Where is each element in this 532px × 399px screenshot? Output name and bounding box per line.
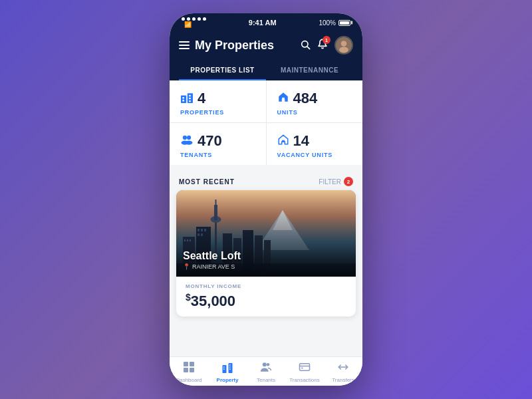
- tab-properties-list[interactable]: PROPERTIES LIST: [179, 61, 266, 80]
- nav-property[interactable]: Property: [208, 361, 247, 383]
- properties-icon: [180, 91, 194, 106]
- stat-tenants-row: 470: [180, 132, 255, 150]
- income-section: MONTHLY INCOME $35,000: [176, 277, 356, 317]
- filter-button[interactable]: FILTER 2: [319, 177, 353, 186]
- properties-count: 4: [198, 90, 205, 107]
- svg-rect-7: [182, 97, 184, 98]
- svg-line-1: [307, 47, 309, 49]
- units-count: 484: [293, 90, 318, 107]
- tenants-label: TENANTS: [180, 152, 255, 158]
- svg-rect-9: [189, 95, 190, 96]
- svg-point-4: [339, 47, 348, 53]
- svg-rect-45: [190, 368, 194, 372]
- stat-vacancy-row: 14: [277, 132, 352, 150]
- stat-units: 484 UNITS: [267, 80, 363, 122]
- main-content: 4 PROPERTIES 484 UNITS: [170, 80, 362, 356]
- svg-rect-10: [189, 98, 190, 99]
- filter-badge: 2: [344, 177, 353, 186]
- units-icon: [277, 91, 289, 106]
- income-value: $35,000: [186, 292, 346, 310]
- svg-point-14: [187, 136, 191, 140]
- header-actions: 1: [300, 36, 353, 55]
- svg-point-53: [263, 362, 267, 366]
- avatar-image: [336, 37, 352, 53]
- stat-vacancy: 14 VACANCY UNITS: [267, 123, 363, 165]
- signal-area: 📶: [182, 17, 206, 28]
- battery-fill: [340, 21, 349, 25]
- tenants-count: 470: [198, 132, 222, 150]
- nav-tenants[interactable]: Tenants: [247, 361, 285, 383]
- battery-icon: [338, 20, 350, 26]
- svg-rect-42: [184, 362, 188, 366]
- transactions-nav-icon: [299, 361, 311, 376]
- section-title: MOST RECENT: [179, 178, 235, 186]
- vacancy-icon: [277, 134, 289, 148]
- hamburger-line-1: [179, 41, 190, 43]
- nav-transfers-label: Transfers: [332, 377, 354, 383]
- stat-tenants: 470 TENANTS: [170, 123, 266, 165]
- svg-rect-44: [184, 368, 188, 372]
- tenants-nav-icon: [260, 361, 272, 376]
- svg-rect-57: [301, 368, 303, 369]
- dot-4: [198, 17, 201, 21]
- nav-transactions[interactable]: Transactions: [285, 361, 324, 383]
- svg-rect-12: [282, 98, 285, 100]
- address-text: RAINIER AVE S: [192, 263, 235, 270]
- svg-rect-5: [181, 96, 186, 103]
- stat-properties-row: 4: [180, 90, 255, 107]
- nav-dashboard[interactable]: Dashboard: [170, 361, 208, 383]
- hamburger-line-2: [179, 45, 190, 46]
- nav-tenants-label: Tenants: [257, 377, 275, 383]
- svg-rect-49: [223, 368, 225, 370]
- dot-2: [187, 17, 190, 21]
- svg-rect-11: [189, 100, 190, 102]
- property-address: 📍 RAINIER AVE S: [183, 263, 241, 270]
- notifications-button[interactable]: 1: [317, 39, 328, 52]
- battery-percent: 100%: [319, 19, 336, 27]
- phone-frame: 📶 9:41 AM 100% My Properties: [170, 13, 362, 386]
- nav-transfers[interactable]: Transfers: [324, 361, 362, 383]
- property-name: Seattle Loft: [183, 250, 241, 262]
- app-header: My Properties 1: [170, 31, 362, 80]
- bottom-nav: Dashboard Property: [170, 356, 362, 386]
- hamburger-icon[interactable]: [179, 41, 190, 49]
- svg-rect-52: [229, 368, 231, 370]
- stats-grid: 4 PROPERTIES 484 UNITS: [170, 80, 362, 165]
- property-image: Seattle Loft 📍 RAINIER AVE S: [176, 190, 356, 277]
- notification-badge: 1: [323, 36, 331, 44]
- svg-rect-43: [190, 362, 194, 366]
- vacancy-count: 14: [293, 132, 309, 150]
- dot-1: [182, 17, 185, 21]
- tab-bar: PROPERTIES LIST MAINTENANNCE: [179, 61, 353, 80]
- search-button[interactable]: [300, 39, 311, 52]
- vacancy-label: VACANCY UNITS: [277, 152, 352, 158]
- nav-dashboard-label: Dashboard: [176, 377, 201, 383]
- svg-point-13: [183, 136, 187, 140]
- transfers-nav-icon: [337, 361, 349, 376]
- hamburger-line-3: [179, 48, 190, 49]
- svg-rect-8: [182, 100, 184, 101]
- section-header: MOST RECENT FILTER 2: [170, 170, 362, 190]
- stat-properties: 4 PROPERTIES: [170, 80, 266, 122]
- page-title: My Properties: [195, 39, 274, 53]
- filter-label: FILTER: [319, 178, 341, 186]
- svg-point-54: [267, 363, 270, 366]
- tenants-icon: [180, 134, 194, 148]
- dot-3: [192, 17, 196, 21]
- status-time: 9:41 AM: [249, 19, 277, 27]
- signal-dots: [182, 17, 206, 21]
- units-label: UNITS: [277, 109, 352, 116]
- wifi-icon: 📶: [184, 21, 192, 28]
- svg-rect-17: [282, 140, 285, 142]
- avatar[interactable]: [334, 36, 353, 55]
- property-card[interactable]: Seattle Loft 📍 RAINIER AVE S MONTHLY INC…: [176, 190, 356, 317]
- income-dollar-sign: $: [186, 292, 191, 303]
- header-left: My Properties: [179, 39, 274, 53]
- tab-maintenance[interactable]: MAINTENANNCE: [266, 61, 353, 80]
- svg-point-0: [302, 41, 308, 47]
- dashboard-icon: [183, 361, 195, 376]
- status-bar: 📶 9:41 AM 100%: [170, 13, 362, 31]
- svg-rect-48: [223, 366, 225, 368]
- property-nav-icon: [221, 361, 233, 376]
- dot-5: [203, 17, 206, 21]
